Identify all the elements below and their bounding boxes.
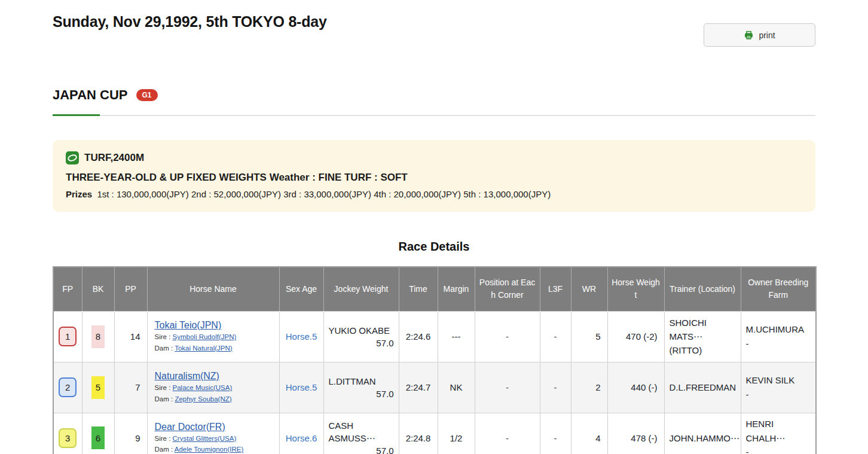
race-info-box: TURF,2400M THREE-YEAR-OLD & UP FIXED WEI… xyxy=(53,140,815,212)
horse-cell: Tokai Teio(JPN) Sire : Symboli Rudolf(JP… xyxy=(147,311,279,362)
col-header-horse-name: Horse Name xyxy=(147,267,279,311)
course-line: TURF,2400M xyxy=(66,151,802,164)
race-result-page: Sunday, Nov 29,1992, 5th TOKYO 8-day pri… xyxy=(0,13,868,454)
post-position: 14 xyxy=(114,311,147,362)
trainer-name: SHOICHI MATS⋯ xyxy=(670,316,736,344)
col-header-sex-age: Sex Age xyxy=(279,267,323,311)
post-position: 9 xyxy=(114,413,147,454)
dam-link[interactable]: Zephyr Souba(NZ) xyxy=(175,395,231,403)
horse-weight-cell: 440 (-) xyxy=(607,362,664,413)
dam-label: Dam : xyxy=(155,345,173,352)
breeding-farm: - xyxy=(746,388,811,401)
fp-cell: 3 xyxy=(53,413,82,454)
sex-age-cell: Horse.5 xyxy=(279,362,323,413)
l3f-cell: - xyxy=(540,311,571,362)
sire-link[interactable]: Symboli Rudolf(JPN) xyxy=(173,333,237,340)
trainer-cell: SHOICHI MATS⋯ (RITTO) xyxy=(664,311,741,362)
bk-cell: 6 xyxy=(82,413,114,454)
owner-cell: M.UCHIMURA - xyxy=(741,311,816,362)
section-divider xyxy=(53,115,815,116)
col-header-owner: Owner Breeding Farm xyxy=(741,267,816,311)
col-header-trainer: Trainer (Location) xyxy=(664,267,741,311)
print-button[interactable]: print xyxy=(704,23,815,47)
corner-position-cell: - xyxy=(475,362,540,413)
trainer-cell: JOHN.HAMMO⋯ xyxy=(664,413,741,454)
track-distance: TURF,2400M xyxy=(84,152,144,164)
table-row: 3 6 9 Dear Doctor(FR) Sire : Crystal Gli… xyxy=(53,413,816,454)
col-header-bk: BK xyxy=(82,267,114,311)
time-cell: 2:24.6 xyxy=(399,311,438,362)
horse-cell: Dear Doctor(FR) Sire : Crystal Glitters(… xyxy=(147,413,279,454)
turf-course-icon xyxy=(66,151,79,164)
fp-cell: 1 xyxy=(53,311,82,362)
breeding-farm: - xyxy=(746,337,811,351)
owner-name: HENRI CHALH⋯ xyxy=(746,417,811,445)
jockey-weight-cell: YUKIO OKABE 57.0 xyxy=(323,311,399,362)
wr-cell: 4 xyxy=(571,413,607,454)
time-cell: 2:24.7 xyxy=(399,362,438,413)
bracket-number-badge: 8 xyxy=(91,325,105,348)
sire-label: Sire : xyxy=(155,333,171,340)
jockey-weight-cell: CASH ASMUSS⋯ 57.0 xyxy=(323,413,399,454)
owner-name: M.UCHIMURA xyxy=(746,322,811,336)
prizes-line: Prizes 1st : 130,000,000(JPY) 2nd : 52,0… xyxy=(66,189,802,199)
margin-cell: NK xyxy=(438,362,475,413)
dam-line: Dam : Zephyr Souba(NZ) xyxy=(155,395,274,404)
dam-line: Dam : Tokai Natural(JPN) xyxy=(155,344,274,354)
race-details-heading: Race Details xyxy=(53,240,815,254)
sire-label: Sire : xyxy=(155,384,171,391)
bk-cell: 8 xyxy=(82,311,114,362)
owner-cell: KEVIN SILK - xyxy=(741,362,816,413)
col-header-time: Time xyxy=(399,267,438,311)
race-title-row: JAPAN CUP G1 xyxy=(53,87,815,103)
sire-link[interactable]: Palace Music(USA) xyxy=(173,384,233,391)
finish-position-badge: 1 xyxy=(59,327,77,346)
prizes-label: Prizes xyxy=(66,189,92,199)
sire-line: Sire : Symboli Rudolf(JPN) xyxy=(155,333,274,342)
trainer-location: (RITTO) xyxy=(670,343,736,357)
jockey-name: CASH ASMUSS⋯ xyxy=(329,419,394,444)
horse-cell: Naturalism(NZ) Sire : Palace Music(USA) … xyxy=(147,362,279,413)
jockey-name: L.DITTMAN xyxy=(329,375,394,388)
table-row: 1 8 14 Tokai Teio(JPN) Sire : Symboli Ru… xyxy=(53,311,816,362)
sire-link[interactable]: Crystal Glitters(USA) xyxy=(173,435,237,442)
sex-age-cell: Horse.6 xyxy=(279,413,323,454)
dam-line: Dam : Adele Toumignon(IRE) xyxy=(155,445,274,454)
col-header-horse-weight: Horse Weight xyxy=(607,267,664,311)
horse-name-link[interactable]: Naturalism(NZ) xyxy=(155,371,219,382)
jockey-weight-cell: L.DITTMAN 57.0 xyxy=(323,362,399,413)
print-button-label: print xyxy=(759,31,775,40)
horse-weight-cell: 478 (-) xyxy=(607,413,664,454)
dam-link[interactable]: Tokai Natural(JPN) xyxy=(175,345,233,352)
l3f-cell: - xyxy=(540,413,571,454)
carried-weight: 57.0 xyxy=(329,337,394,349)
sex-age-link[interactable]: Horse.5 xyxy=(286,382,317,392)
sex-age-cell: Horse.5 xyxy=(279,311,323,362)
table-header-row: FP BK PP Horse Name Sex Age Jockey Weigh… xyxy=(53,267,816,311)
horse-weight-cell: 470 (-2) xyxy=(607,311,664,362)
sire-line: Sire : Crystal Glitters(USA) xyxy=(155,434,274,444)
trainer-cell: D.L.FREEDMAN xyxy=(664,362,741,413)
sire-line: Sire : Palace Music(USA) xyxy=(155,383,274,393)
dam-link[interactable]: Adele Toumignon(IRE) xyxy=(175,446,244,453)
fp-cell: 2 xyxy=(53,362,82,413)
margin-cell: 1/2 xyxy=(438,413,475,454)
breeding-farm: - xyxy=(746,445,811,454)
sex-age-link[interactable]: Horse.6 xyxy=(286,433,317,443)
race-results-table: FP BK PP Horse Name Sex Age Jockey Weigh… xyxy=(53,266,817,454)
bracket-number-badge: 6 xyxy=(91,426,105,449)
horse-name-link[interactable]: Tokai Teio(JPN) xyxy=(155,320,222,331)
carried-weight: 57.0 xyxy=(329,444,394,454)
sex-age-link[interactable]: Horse.5 xyxy=(286,331,317,342)
corner-position-cell: - xyxy=(475,413,540,454)
table-row: 2 5 7 Naturalism(NZ) Sire : Palace Music… xyxy=(53,362,816,413)
sire-label: Sire : xyxy=(155,435,171,442)
wr-cell: 5 xyxy=(571,311,607,362)
col-header-jockey-weight: Jockey Weight xyxy=(323,267,399,311)
prizes-values: 1st : 130,000,000(JPY) 2nd : 52,000,000(… xyxy=(97,189,551,199)
col-header-margin: Margin xyxy=(438,267,475,311)
race-conditions: THREE-YEAR-OLD & UP FIXED WEIGHTS Weathe… xyxy=(66,172,802,184)
margin-cell: --- xyxy=(438,311,475,362)
horse-name-link[interactable]: Dear Doctor(FR) xyxy=(155,422,225,432)
jockey-name: YUKIO OKABE xyxy=(329,324,394,337)
